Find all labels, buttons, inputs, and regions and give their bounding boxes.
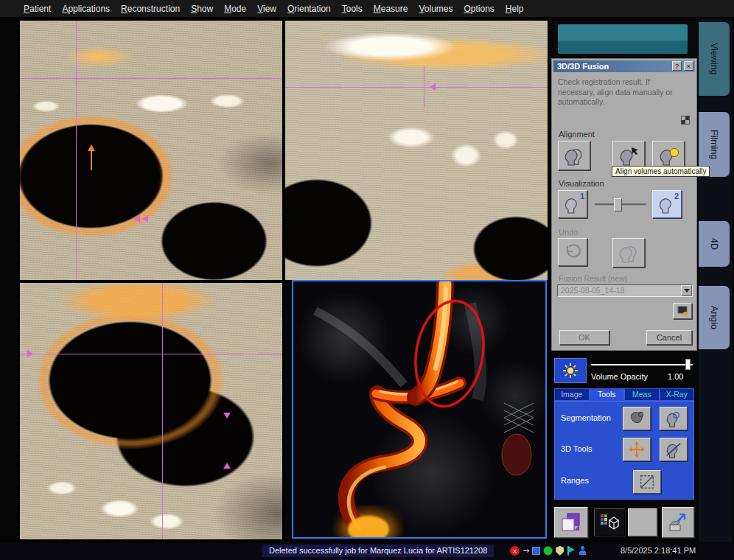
opacity-slider-thumb[interactable] bbox=[685, 359, 691, 370]
undo-alignment-button[interactable] bbox=[612, 238, 645, 267]
blend-slider-thumb[interactable] bbox=[614, 198, 622, 211]
crosshair-horizontal bbox=[20, 78, 282, 79]
crosshair-vertical bbox=[424, 66, 424, 108]
opacity-slider-track[interactable] bbox=[591, 364, 693, 365]
alignment-label: Alignment bbox=[559, 130, 595, 139]
blank-button[interactable] bbox=[628, 508, 657, 536]
volume2-button[interactable]: 2 bbox=[652, 190, 682, 218]
segmentation-label: Segmentation bbox=[561, 413, 611, 422]
viewport-quadrant-bottom-left[interactable] bbox=[20, 283, 282, 539]
layout-grid-icon[interactable] bbox=[682, 116, 689, 124]
store-result-button[interactable] bbox=[673, 303, 692, 319]
blue-square-icon bbox=[532, 547, 540, 555]
menu-reconstruction[interactable]: Reconstruction bbox=[121, 4, 180, 14]
store-icon bbox=[677, 305, 689, 317]
fusion-result-dropdown[interactable]: 2025-08-05_14-18 bbox=[557, 284, 693, 297]
mpr-layout-button[interactable] bbox=[594, 508, 625, 536]
tab-viewing[interactable]: Viewing bbox=[699, 22, 730, 96]
crosshair-horizontal bbox=[285, 87, 548, 88]
menu-patient[interactable]: Patient bbox=[24, 4, 51, 14]
menu-help[interactable]: Help bbox=[506, 4, 524, 14]
range-box-icon bbox=[638, 473, 656, 491]
shield-icon bbox=[556, 546, 564, 556]
flag-icon bbox=[567, 546, 576, 556]
menu-measure[interactable]: Measure bbox=[374, 4, 408, 14]
cube-layers-icon bbox=[560, 511, 582, 533]
arrow-icon: → bbox=[522, 546, 529, 556]
head-clip-plane-icon bbox=[665, 441, 682, 458]
align-manual-button[interactable] bbox=[558, 141, 590, 170]
fusion-result-value: 2025-08-05_14-18 bbox=[561, 286, 624, 295]
visualization-label: Visualization bbox=[559, 179, 604, 188]
magenta-arrow-marker bbox=[142, 215, 148, 223]
dropdown-arrow-button[interactable] bbox=[681, 285, 692, 296]
segmentation-blob-icon bbox=[628, 410, 646, 427]
tab-4d[interactable]: 4D bbox=[699, 221, 730, 267]
segmentation-head-button[interactable] bbox=[660, 407, 688, 430]
status-message: Deleted successfully job for Marquez Luc… bbox=[262, 545, 494, 557]
help-button[interactable]: ? bbox=[672, 61, 682, 71]
opacity-value: 1.00 bbox=[668, 372, 683, 381]
menu-view[interactable]: View bbox=[257, 4, 276, 14]
undo-label: Undo bbox=[559, 228, 578, 237]
crosshair-horizontal bbox=[20, 354, 282, 354]
menu-tools[interactable]: Tools bbox=[342, 4, 363, 14]
tab-meas[interactable]: Meas bbox=[624, 388, 660, 401]
export-arrow-icon bbox=[667, 511, 689, 533]
head-cursor-icon bbox=[618, 146, 640, 166]
workflow-tab-strip: Viewing Filming 4D Angio bbox=[699, 19, 733, 542]
tab-xray[interactable]: X-Ray bbox=[660, 388, 695, 401]
instruction-text: Check registration result. If necessary,… bbox=[558, 77, 686, 108]
magenta-arrow-marker bbox=[134, 215, 140, 223]
fusion-result-label: Fusion Result (new) bbox=[559, 274, 627, 283]
tools3d-label: 3D Tools bbox=[561, 444, 593, 453]
cancel-button[interactable]: Cancel bbox=[646, 330, 692, 345]
two-heads-disabled-icon bbox=[618, 243, 640, 263]
opacity-label: Volume Opacity bbox=[591, 372, 648, 381]
volume-3d-view[interactable] bbox=[292, 280, 547, 539]
head-bulb-icon bbox=[657, 146, 679, 166]
pixel-cube-icon bbox=[599, 513, 620, 532]
tool-tab-bar: Image Tools Meas X-Ray bbox=[554, 388, 694, 401]
volume1-button[interactable]: 1 bbox=[558, 190, 587, 218]
tab-image[interactable]: Image bbox=[554, 388, 590, 401]
crosshair-vertical bbox=[76, 21, 77, 280]
chevron-down-icon bbox=[684, 289, 690, 293]
tab-tools[interactable]: Tools bbox=[590, 388, 625, 401]
magenta-arrow-marker bbox=[223, 413, 231, 419]
volume2-number: 2 bbox=[674, 192, 679, 200]
magenta-arrow-marker bbox=[27, 350, 33, 357]
image-viewport bbox=[18, 19, 549, 541]
undo-button[interactable] bbox=[558, 238, 587, 266]
clip-plane-button[interactable] bbox=[660, 438, 688, 461]
ranges-label: Ranges bbox=[561, 476, 589, 485]
ranges-button[interactable] bbox=[633, 470, 661, 494]
close-button[interactable]: × bbox=[684, 61, 693, 71]
tools-panel: Segmentation 3D Tools Ranges bbox=[554, 401, 694, 500]
crosshair-vertical bbox=[162, 283, 163, 539]
export-button[interactable] bbox=[662, 507, 694, 538]
menu-bar: Patient Applications Reconstruction Show… bbox=[0, 0, 734, 18]
move-3d-button[interactable] bbox=[623, 438, 651, 461]
ok-button[interactable]: OK bbox=[559, 330, 609, 345]
menu-options[interactable]: Options bbox=[464, 4, 494, 14]
magenta-arrow-marker bbox=[430, 83, 436, 91]
volume-layers-button[interactable] bbox=[554, 507, 588, 538]
magenta-arrow-marker bbox=[223, 463, 231, 469]
viewport-quadrant-top-right[interactable] bbox=[285, 21, 548, 280]
menu-volumes[interactable]: Volumes bbox=[419, 4, 452, 14]
display-brightness-button[interactable] bbox=[554, 358, 587, 383]
menu-mode[interactable]: Mode bbox=[224, 4, 246, 14]
menu-show[interactable]: Show bbox=[191, 4, 213, 14]
menu-applications[interactable]: Applications bbox=[62, 4, 110, 14]
segmentation-blob-button[interactable] bbox=[623, 407, 651, 430]
two-heads-icon bbox=[563, 146, 585, 166]
undo-arrow-icon bbox=[564, 244, 581, 260]
status-bar: Deleted successfully job for Marquez Luc… bbox=[0, 543, 734, 560]
tab-angio[interactable]: Angio bbox=[699, 286, 730, 349]
viewport-quadrant-top-left[interactable] bbox=[20, 21, 282, 280]
menu-orientation[interactable]: Orientation bbox=[287, 4, 331, 14]
user-icon bbox=[579, 546, 587, 556]
sun-icon bbox=[562, 363, 579, 379]
fusion-dialog: 3D/3D Fusion ? × Check registration resu… bbox=[551, 58, 697, 351]
